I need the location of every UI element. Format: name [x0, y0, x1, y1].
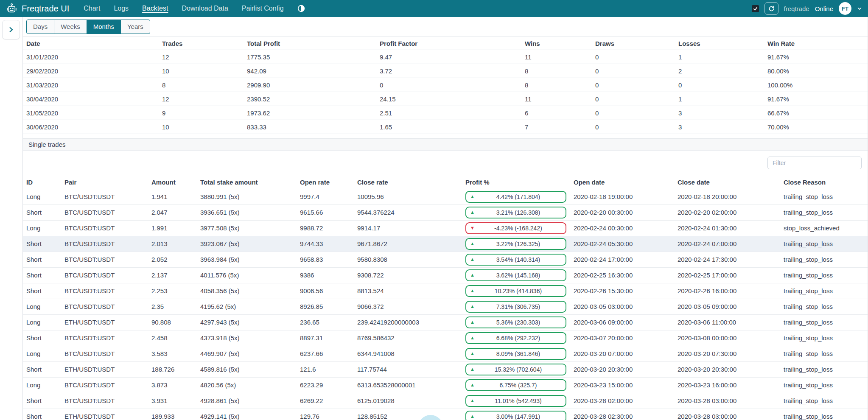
trade-row[interactable]: LongBTC/USDT:USDT3.8734820.56 (5x)6223.2…: [23, 377, 868, 393]
trades-col-profit[interactable]: Profit %: [462, 176, 570, 189]
profit-text: 8.09% (361.846): [475, 350, 562, 357]
tab-months[interactable]: Months: [87, 20, 121, 34]
cell-total-stake: 3936.651 (5x): [197, 204, 297, 220]
summary-col-draws[interactable]: Draws: [592, 37, 675, 50]
trade-row[interactable]: ShortBTC/USDT:USDT2.0473936.651 (5x)9615…: [23, 204, 868, 220]
trades-col-id[interactable]: ID: [23, 176, 61, 189]
trades-col-close-reason[interactable]: Close Reason: [780, 176, 868, 189]
cell-pair: BTC/USDT:USDT: [61, 236, 148, 252]
profit-up-icon: ▲: [470, 367, 475, 372]
trade-row[interactable]: LongBTC/USDT:USDT1.9913977.508 (5x)9988.…: [23, 220, 868, 236]
trades-col-open-date[interactable]: Open date: [570, 176, 674, 189]
cell-id: Long: [23, 346, 61, 361]
summary-cell-profit-factor: 3.72: [376, 64, 521, 78]
trade-row[interactable]: ShortBTC/USDT:USDT2.4584373.918 (5x)8897…: [23, 330, 868, 346]
cell-pair: ETH/USDT:USDT: [61, 361, 148, 377]
cell-open-date: 2020-03-05 03:00:00: [570, 299, 674, 314]
summary-col-trades[interactable]: Trades: [159, 37, 244, 50]
summary-cell-losses: 1: [675, 50, 764, 64]
cell-close-date: 2020-02-18 20:00:00: [674, 189, 780, 204]
cell-total-stake: 3963.984 (5x): [197, 252, 297, 267]
cell-close-reason: trailing_stop_loss: [780, 393, 868, 409]
trades-col-open-rate[interactable]: Open rate: [297, 176, 354, 189]
cell-profit: ▲3.54% (140.314): [462, 252, 570, 267]
reload-button[interactable]: [764, 2, 778, 15]
theme-toggle-icon[interactable]: [297, 5, 305, 12]
cell-pair: BTC/USDT:USDT: [61, 330, 148, 346]
nav-link-chart[interactable]: Chart: [84, 5, 100, 12]
trade-row[interactable]: LongBTC/USDT:USDT2.354195.62 (5x)8926.85…: [23, 299, 868, 314]
nav-link-backtest[interactable]: Backtest: [142, 5, 168, 12]
tab-years[interactable]: Years: [120, 20, 150, 34]
summary-col-win-rate[interactable]: Win Rate: [764, 37, 868, 50]
trade-row[interactable]: LongBTC/USDT:USDT1.9413880.991 (5x)9997.…: [23, 189, 868, 204]
trade-row[interactable]: ShortBTC/USDT:USDT2.2534058.356 (5x)9006…: [23, 283, 868, 299]
trade-row[interactable]: ShortBTC/USDT:USDT2.0133923.067 (5x)9744…: [23, 236, 868, 252]
cell-close-date: 2020-02-24 07:00:00: [674, 236, 780, 252]
cell-open-date: 2020-03-20 07:00:00: [570, 346, 674, 361]
app-brand[interactable]: Freqtrade UI: [6, 3, 69, 14]
cell-profit: ▲3.22% (126.325): [462, 236, 570, 252]
summary-col-losses[interactable]: Losses: [675, 37, 764, 50]
summary-col-wins[interactable]: Wins: [521, 37, 592, 50]
bot-name[interactable]: freqtrade: [784, 5, 809, 12]
cell-amount: 2.458: [148, 330, 197, 346]
cell-close-rate: 9580.8308: [354, 252, 462, 267]
sidebar-expand-button[interactable]: [2, 20, 20, 39]
cell-id: Short: [23, 409, 61, 420]
trades-col-close-rate[interactable]: Close rate: [354, 176, 462, 189]
trade-row[interactable]: ShortBTC/USDT:USDT2.1374011.576 (5x)9386…: [23, 267, 868, 283]
cell-open-date: 2020-02-24 17:00:00: [570, 252, 674, 267]
trades-col-total-stake-amount[interactable]: Total stake amount: [197, 176, 297, 189]
summary-cell-losses: 2: [675, 64, 764, 78]
trades-col-pair[interactable]: Pair: [61, 176, 148, 189]
cell-amount: 1.941: [148, 189, 197, 204]
nav-link-logs[interactable]: Logs: [114, 5, 129, 12]
tab-days[interactable]: Days: [26, 20, 54, 34]
cell-amount: 2.137: [148, 267, 197, 283]
trade-row[interactable]: ShortBTC/USDT:USDT2.0523963.984 (5x)9658…: [23, 252, 868, 267]
summary-col-profit-factor[interactable]: Profit Factor: [376, 37, 521, 50]
trades-table: IDPairAmountTotal stake amountOpen rateC…: [23, 176, 868, 420]
tab-weeks[interactable]: Weeks: [54, 20, 87, 34]
cell-close-rate: 6125.019028: [354, 393, 462, 409]
app-title: Freqtrade UI: [22, 4, 69, 14]
summary-cell-wins: 7: [521, 120, 592, 134]
cell-pair: BTC/USDT:USDT: [61, 377, 148, 393]
summary-row: 30/06/202010833.331.6570370.00%: [23, 120, 868, 134]
summary-cell-losses: 1: [675, 92, 764, 106]
cell-close-reason: trailing_stop_loss: [780, 346, 868, 361]
trade-row[interactable]: ShortETH/USDT:USDT188.7264589.816 (5x)12…: [23, 361, 868, 377]
cell-open-date: 2020-03-07 20:00:00: [570, 330, 674, 346]
filter-input[interactable]: [767, 157, 862, 169]
chevron-down-icon[interactable]: [857, 6, 862, 11]
trade-row[interactable]: ShortBTC/USDT:USDT3.9314928.861 (5x)6269…: [23, 393, 868, 409]
summary-cell-win-rate: 66.67%: [764, 106, 868, 120]
trades-col-amount[interactable]: Amount: [148, 176, 197, 189]
trade-row[interactable]: LongBTC/USDT:USDT3.5834469.907 (5x)6237.…: [23, 346, 868, 361]
cell-profit: ▲15.32% (702.604): [462, 361, 570, 377]
summary-cell-trades: 9: [159, 106, 244, 120]
cell-open-rate: 9386: [297, 267, 354, 283]
summary-cell-win-rate: 91.67%: [764, 50, 868, 64]
profit-badge: ▲3.00% (147.991): [465, 411, 566, 420]
nav-link-download-data[interactable]: Download Data: [182, 5, 228, 12]
trade-row[interactable]: LongETH/USDT:USDT90.8084297.943 (5x)236.…: [23, 314, 868, 330]
cell-id: Short: [23, 267, 61, 283]
cell-open-rate: 8926.85: [297, 299, 354, 314]
avatar[interactable]: FT: [839, 2, 851, 15]
cell-id: Long: [23, 299, 61, 314]
summary-cell-trades: 10: [159, 120, 244, 134]
summary-col-total-profit[interactable]: Total Profit: [244, 37, 376, 50]
cell-pair: BTC/USDT:USDT: [61, 267, 148, 283]
cell-amount: 3.873: [148, 377, 197, 393]
trades-col-close-date[interactable]: Close date: [674, 176, 780, 189]
trade-row[interactable]: ShortETH/USDT:USDT189.9334929.141 (5x)12…: [23, 409, 868, 420]
cell-amount: 2.253: [148, 283, 197, 299]
summary-col-date[interactable]: Date: [23, 37, 159, 50]
cell-open-date: 2020-03-28 02:00:00: [570, 393, 674, 409]
cell-amount: 1.991: [148, 220, 197, 236]
cell-total-stake: 3977.508 (5x): [197, 220, 297, 236]
autorefresh-checkbox[interactable]: [752, 5, 759, 12]
nav-link-pairlist-config[interactable]: Pairlist Config: [242, 5, 284, 12]
